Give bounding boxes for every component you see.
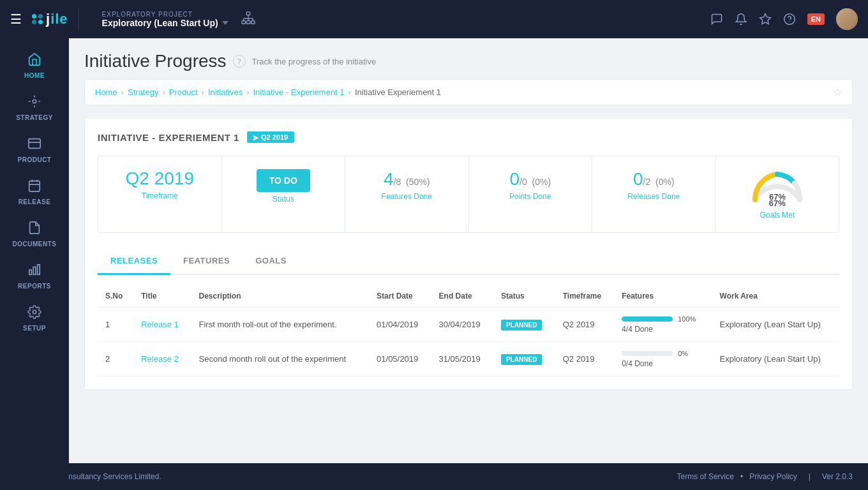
strategy-icon xyxy=(27,94,41,112)
sidebar: HOME STRATEGY PRODUCT RELEASE DOCUMENTS … xyxy=(0,38,69,490)
row1-title[interactable]: Release 1 xyxy=(141,320,179,329)
sidebar-item-product[interactable]: PRODUCT xyxy=(0,129,69,171)
initiative-badge: ▶ Q2 2019 xyxy=(247,131,294,143)
svg-rect-19 xyxy=(29,270,32,274)
org-structure-icon[interactable] xyxy=(241,11,255,27)
stat-timeframe: Q2 2019 Timeframe xyxy=(98,156,222,232)
stat-points-value: 0/0 (0%) xyxy=(484,169,577,189)
sidebar-item-setup[interactable]: SETUP xyxy=(0,297,69,339)
col-description: Description xyxy=(191,285,370,308)
breadcrumb-strategy[interactable]: Strategy xyxy=(128,87,158,97)
svg-point-22 xyxy=(33,310,36,314)
breadcrumb-sep-1: › xyxy=(121,87,124,97)
footer-links: Terms of Service • Privacy Policy | Ver … xyxy=(677,472,853,481)
page-subtitle: Track the progress of the initiative xyxy=(252,57,377,66)
tab-releases[interactable]: RELEASES xyxy=(98,248,170,275)
svg-rect-13 xyxy=(29,139,40,149)
row2-status: PLANNED xyxy=(501,354,542,365)
breadcrumb: Home › Strategy › Product › Initiatives … xyxy=(84,79,853,105)
svg-rect-15 xyxy=(29,181,40,192)
sidebar-item-release[interactable]: RELEASE xyxy=(0,171,69,213)
releases-table-container: S.No Title Description Start Date End Da… xyxy=(98,285,839,376)
col-title: Title xyxy=(133,285,191,308)
sidebar-item-reports[interactable]: REPORTS xyxy=(0,255,69,297)
breadcrumb-product[interactable]: Product xyxy=(169,87,198,97)
project-label: EXPLORATORY PROJECT xyxy=(102,11,228,18)
stat-points-done: 0/0 (0%) Points Done xyxy=(469,156,593,232)
row2-features: 0% 0/4 Done xyxy=(614,342,712,376)
sidebar-item-documents[interactable]: DOCUMENTS xyxy=(0,213,69,255)
row2-progress-bar xyxy=(622,351,673,356)
row2-progress-pct: 0% xyxy=(678,350,688,357)
svg-point-11 xyxy=(789,22,789,22)
stat-points-label: Points Done xyxy=(484,192,577,201)
stat-releases-label: Releases Done xyxy=(608,192,700,201)
hamburger-icon[interactable]: ☰ xyxy=(10,11,22,27)
avatar[interactable] xyxy=(836,8,858,30)
svg-rect-3 xyxy=(251,20,255,24)
product-icon xyxy=(27,137,41,154)
svg-rect-0 xyxy=(246,11,250,15)
row2-work-area: Exploratory (Lean Start Up) xyxy=(712,342,839,376)
footer-separator: | xyxy=(809,472,811,481)
gauge-container: 67% 67% Goals Met xyxy=(731,169,824,219)
page-title: Initiative Progress xyxy=(84,51,227,71)
svg-point-10 xyxy=(784,14,795,25)
project-name-dropdown[interactable]: Exploratory (Lean Start Up) xyxy=(102,18,228,28)
tab-features[interactable]: FEATURES xyxy=(170,248,243,275)
page-header: Initiative Progress ? Track the progress… xyxy=(84,51,853,71)
bell-icon[interactable] xyxy=(735,13,747,26)
row1-status: PLANNED xyxy=(501,320,542,330)
project-info: EXPLORATORY PROJECT Exploratory (Lean St… xyxy=(102,11,228,28)
row2-start-date: 01/05/2019 xyxy=(369,342,431,376)
footer-privacy[interactable]: Privacy Policy xyxy=(749,472,797,481)
status-button[interactable]: TO DO xyxy=(257,169,310,192)
table-row: 1 Release 1 First month roll-out of the … xyxy=(98,308,839,342)
badge-arrow-icon: ▶ xyxy=(253,134,258,141)
language-badge[interactable]: EN xyxy=(807,13,825,25)
svg-point-12 xyxy=(33,100,36,103)
col-sno: S.No xyxy=(98,285,133,308)
row1-features: 100% 4/4 Done xyxy=(614,308,712,342)
col-start-date: Start Date xyxy=(369,285,431,308)
star-icon[interactable] xyxy=(759,13,772,26)
stat-features-label: Features Done xyxy=(361,192,453,201)
sidebar-label-strategy: STRATEGY xyxy=(16,114,53,121)
breadcrumb-initiatives[interactable]: Initiatives xyxy=(208,87,243,97)
sidebar-item-home[interactable]: HOME xyxy=(0,45,69,87)
releases-denominator: /2 xyxy=(643,177,651,187)
footer-terms[interactable]: Terms of Service xyxy=(677,472,734,481)
row1-features-done: 4/4 Done xyxy=(622,325,704,334)
stat-releases-value: 0/2 (0%) xyxy=(608,169,700,189)
footer-dot: • xyxy=(740,472,743,481)
nav-icons: EN xyxy=(710,8,858,30)
svg-rect-21 xyxy=(38,265,40,275)
svg-rect-2 xyxy=(246,20,250,24)
breadcrumb-home[interactable]: Home xyxy=(95,87,117,97)
row1-progress-bar xyxy=(622,316,673,322)
tab-goals[interactable]: GOALS xyxy=(243,248,299,275)
chat-icon[interactable] xyxy=(710,13,723,26)
row1-progress-fill xyxy=(622,316,673,322)
breadcrumb-sep-2: › xyxy=(162,87,165,97)
logo-area: jile xyxy=(32,11,68,27)
main-content: Initiative Progress ? Track the progress… xyxy=(69,38,868,490)
col-features: Features xyxy=(614,285,712,308)
row1-timeframe: Q2 2019 xyxy=(555,308,614,342)
sidebar-label-product: PRODUCT xyxy=(18,156,52,163)
page-help-icon[interactable]: ? xyxy=(233,55,246,68)
row2-title[interactable]: Release 2 xyxy=(141,354,179,364)
help-icon[interactable] xyxy=(783,13,796,26)
breadcrumb-initiative-link[interactable]: Initiative - Experiement 1 xyxy=(253,87,345,97)
row2-sno: 2 xyxy=(98,342,133,376)
initiative-card: INITIATIVE - EXPERIEMENT 1 ▶ Q2 2019 Q2 … xyxy=(84,118,853,390)
features-numerator: 4 xyxy=(384,169,394,189)
features-percent: (50%) xyxy=(406,177,430,187)
row1-end-date: 30/04/2019 xyxy=(431,308,493,342)
col-timeframe: Timeframe xyxy=(555,285,614,308)
sidebar-item-strategy[interactable]: STRATEGY xyxy=(0,87,69,129)
breadcrumb-star-icon[interactable]: ☆ xyxy=(833,86,842,98)
col-end-date: End Date xyxy=(431,285,493,308)
svg-rect-1 xyxy=(242,20,246,24)
svg-marker-9 xyxy=(760,14,770,24)
